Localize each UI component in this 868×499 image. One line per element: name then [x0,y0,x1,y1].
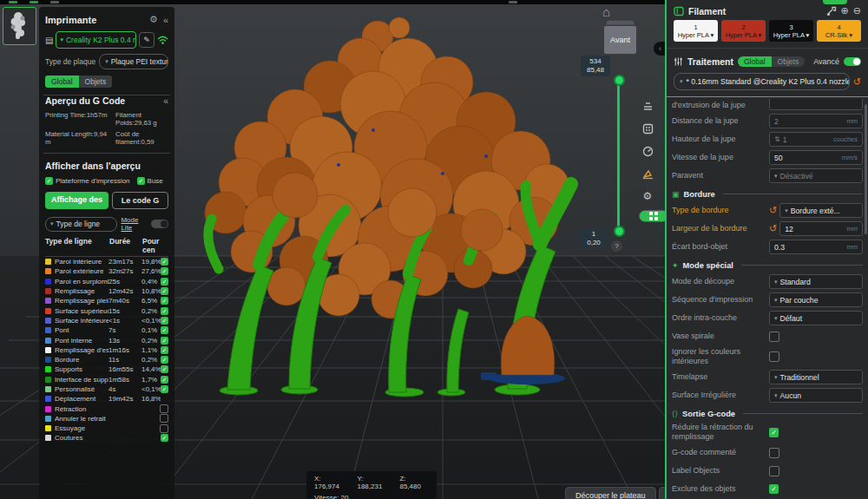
line-visibility-checkbox[interactable]: ✓ [161,287,168,295]
layer-slider-top-handle[interactable] [614,75,625,86]
mode-lite-toggle[interactable] [151,220,168,228]
reset-preset-icon[interactable]: ↺ [853,77,861,87]
setting-select[interactable]: ▾Aucun [769,388,863,403]
plate-grid-icon[interactable] [639,120,656,137]
table-row[interactable]: Rétraction [45,404,168,413]
checkbox[interactable]: ✓ [137,177,145,185]
line-visibility-checkbox[interactable] [160,404,168,413]
setting-input[interactable] [769,99,863,110]
table-row[interactable]: Remplissage plein interne7m40s6,5%✓ [45,296,168,305]
layer-slider-bottom-handle[interactable] [614,226,625,237]
filament-chip[interactable]: 1Hyper PLA ▾ [674,20,718,42]
setting-checkbox[interactable] [769,466,779,476]
table-row[interactable]: Bordure11s0,2%✓ [45,355,168,364]
line-visibility-checkbox[interactable]: ✓ [161,297,168,305]
line-visibility-checkbox[interactable]: ✓ [161,307,168,315]
table-row[interactable]: Paroi intérieure23m17s19,8%✓ [45,257,168,266]
reset-setting-icon[interactable]: ↺ [769,224,777,233]
table-row[interactable]: Déplacement19m42s16,8% [45,394,168,404]
table-row[interactable]: Supports16m55s14,4%✓ [45,364,168,374]
layer-slider-track[interactable] [617,80,620,229]
wifi-icon[interactable] [157,36,168,45]
gear-icon[interactable]: ⚙ [639,187,656,205]
setting-input[interactable]: 2mm [769,114,863,128]
filament-chip[interactable]: 2Hyper PLA ▾ [721,20,766,42]
slice-plate-button[interactable]: Découper le plateau [565,487,656,499]
setting-checkbox[interactable] [769,332,779,342]
display-mode-button[interactable]: Affichage des [45,192,108,209]
stepper-arrows-icon[interactable]: ⇅ [774,135,780,143]
home-icon[interactable]: ⌂ [602,5,610,18]
reset-setting-icon[interactable]: ↺ [769,206,777,215]
table-row[interactable]: Personnalisé4s<0,1%✓ [45,384,168,394]
tab-global[interactable]: Global [45,76,79,88]
setting-select[interactable]: ▾Standard [769,274,863,289]
table-row[interactable]: Surface inférieure<1s<0,1%✓ [45,316,168,325]
support-lamp-icon[interactable] [639,165,656,182]
setting-checkbox[interactable] [769,351,779,362]
remove-filament-icon[interactable]: ⊖ [853,5,861,16]
setting-select[interactable]: ▾Par couche [769,292,863,307]
setting-input[interactable]: 50mm/s [769,150,863,165]
line-visibility-checkbox[interactable]: ✓ [161,317,168,325]
speed-gauge-icon[interactable] [639,142,656,160]
table-row[interactable]: Coutures✓ [45,433,168,443]
table-row[interactable]: Remplissage d'espace1m16s1,1%✓ [45,345,168,355]
filament-chip[interactable]: 3Hyper PLA ▾ [769,20,813,42]
table-row[interactable]: Paroi en surplomb25s0,4%✓ [45,277,168,286]
line-visibility-checkbox[interactable]: ✓ [161,258,168,266]
setting-select[interactable]: ▾Défaut [769,311,863,325]
advanced-toggle[interactable] [844,57,861,66]
filament-chip[interactable]: 4CR-Silk ▾ [817,20,861,42]
setting-select[interactable]: ▾Bordure exté... [779,203,863,218]
table-row[interactable]: Surface supérieure15s0,2%✓ [45,305,168,315]
setting-input[interactable]: 12mm [779,221,863,236]
line-visibility-checkbox[interactable]: ✓ [161,356,168,364]
table-row[interactable]: Interface de support1m58s1,7%✓ [45,375,168,384]
tab-objects[interactable]: Objets [79,76,113,88]
filament-tool-icon[interactable] [826,6,837,16]
scrollbar-thumb[interactable] [865,104,867,234]
line-type-select[interactable]: ▾ Type de ligne [45,217,117,232]
table-row[interactable]: Pont interne13s0,2%✓ [45,335,168,345]
line-visibility-checkbox[interactable] [160,414,168,423]
table-row[interactable]: Paroi extérieure32m27s27,6%✓ [45,266,168,276]
plate-thumbnail[interactable]: 1 [3,7,36,45]
line-visibility-checkbox[interactable]: ✓ [161,385,168,393]
setting-checkbox[interactable] [769,448,779,458]
nav-cube-top-face[interactable] [606,21,635,25]
layers-view-icon[interactable] [639,97,656,115]
setting-checkbox[interactable]: ✓ [769,484,779,494]
setting-input[interactable]: 0.3mm [769,240,863,254]
line-visibility-checkbox[interactable]: ✓ [161,376,168,384]
add-filament-icon[interactable]: ⊕ [841,5,849,16]
gcode-view-button[interactable]: Le code G [112,192,168,209]
table-row[interactable]: Essuyage [45,423,168,433]
setting-select[interactable]: ▾Désactivé [769,168,863,183]
line-visibility-checkbox[interactable] [160,424,168,433]
tab-objects[interactable]: Objets [772,56,806,67]
setting-checkbox[interactable]: ✓ [769,428,779,437]
line-visibility-checkbox[interactable]: ✓ [161,346,168,354]
table-row[interactable]: Annuler le retrait [45,414,168,423]
checkbox[interactable]: ✓ [45,177,53,185]
line-visibility-checkbox[interactable]: ✓ [161,278,168,286]
setting-select[interactable]: ▾Traditionnel [769,370,863,384]
help-icon[interactable]: ? [611,240,622,252]
line-visibility-checkbox[interactable]: ✓ [161,434,168,442]
collapse-section-icon[interactable]: « [163,95,168,106]
edit-printer-icon[interactable]: ✎ [139,32,155,48]
process-preset-select[interactable]: ▾ * 0.16mm Standard @Creality K2 Plus 0.… [674,73,850,90]
line-visibility-checkbox[interactable]: ✓ [161,267,168,275]
nav-cube[interactable]: Avant [604,26,636,54]
printer-select[interactable]: ▾ Creality K2 Plus 0.4 nozzle [56,31,136,49]
plate-type-select[interactable]: ▾ Plaque PEI textur... [99,54,168,69]
tab-global[interactable]: Global [738,56,772,67]
object-list-icon-selected[interactable] [639,210,668,222]
table-row[interactable]: Pont7s0,1%✓ [45,325,168,335]
line-visibility-checkbox[interactable]: ✓ [161,365,168,373]
printer-settings-gear-icon[interactable]: ⚙ [149,14,158,25]
line-visibility-checkbox[interactable]: ✓ [161,326,168,334]
setting-stepper[interactable]: ⇅1couches [769,132,863,147]
table-row[interactable]: Remplissage12m42s10,8%✓ [45,286,168,296]
